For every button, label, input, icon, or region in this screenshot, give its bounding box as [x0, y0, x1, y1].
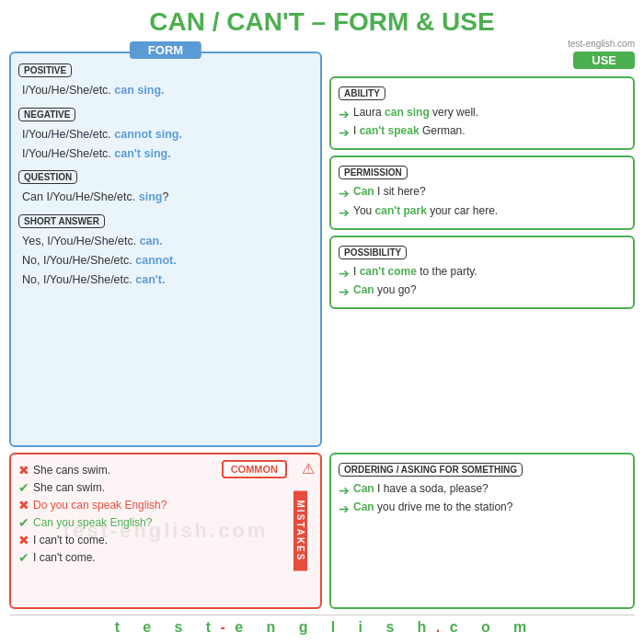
bottom-row: test-english.com COMMON ⚠ MISTAKES ✖ She…	[9, 453, 635, 609]
permission-label: PERMISSION	[339, 166, 408, 179]
arrow-icon-1: ➔	[339, 106, 350, 122]
form-header: FORM	[130, 41, 201, 59]
footer-text: t e s t - e n g l i s h . c o m	[115, 619, 530, 635]
cannot-text: cannot sing.	[114, 128, 182, 141]
poss-green-1: can't come	[360, 265, 417, 278]
arrow-icon-4: ➔	[339, 204, 350, 221]
question-section: QUESTION Can I/You/He/She/etc. sing?	[18, 167, 313, 206]
permission-text-2: You can't park your car here.	[353, 204, 498, 217]
arrow-icon-2: ➔	[339, 124, 350, 141]
ability-line-1: ➔ Laura can sing very well.	[339, 106, 626, 122]
mistake-text-3: Do you can speak English?	[33, 499, 167, 512]
ability-text-1: Laura can sing very well.	[353, 106, 478, 119]
ability-green-1: can sing	[385, 106, 430, 119]
permission-line-1: ➔ Can I sit here?	[339, 185, 626, 201]
arrow-icon-8: ➔	[339, 500, 350, 517]
possibility-text-2: Can you go?	[353, 283, 417, 296]
ability-line-2: ➔ I can't speak German.	[339, 124, 626, 141]
mistake-text-6: I can't come.	[33, 551, 96, 564]
ordering-box: ORDERING / ASKING FOR SOMETHING ➔ Can I …	[329, 453, 635, 609]
mistake-line-4: ✔ Can you speak English?	[18, 515, 313, 530]
perm-green-2: can't park	[375, 204, 427, 217]
negative-label: NEGATIVE	[18, 108, 75, 121]
short-answer-yes: Yes, I/You/He/She/etc. can.	[22, 233, 313, 250]
possibility-line-1: ➔ I can't come to the party.	[339, 265, 626, 282]
mistakes-box: test-english.com COMMON ⚠ MISTAKES ✖ She…	[9, 453, 322, 609]
question-line: Can I/You/He/She/etc. sing?	[22, 189, 313, 206]
use-header: USE	[573, 52, 635, 69]
mistake-text-2: She can swim.	[33, 481, 105, 494]
ability-box: ABILITY ➔ Laura can sing very well. ➔ I …	[329, 76, 635, 150]
positive-label: POSITIVE	[18, 63, 72, 77]
mistake-line-3: ✖ Do you can speak English?	[18, 498, 313, 512]
possibility-text-1: I can't come to the party.	[353, 265, 477, 278]
mistake-line-2: ✔ She can swim.	[18, 480, 313, 495]
permission-box: PERMISSION ➔ Can I sit here? ➔ You can't…	[329, 155, 635, 229]
mistake-line-5: ✖ I can't to come.	[18, 533, 313, 547]
order-green-2: Can	[353, 500, 374, 513]
short-yes-can: can.	[140, 235, 163, 247]
short-answer-no-cant: No, I/You/He/She/etc. can't.	[22, 271, 313, 289]
cross-icon-3: ✖	[18, 533, 29, 547]
ordering-label: ORDERING / ASKING FOR SOMETHING	[339, 463, 523, 477]
short-answer-section: SHORT ANSWER Yes, I/You/He/She/etc. can.…	[18, 212, 313, 288]
arrow-icon-3: ➔	[339, 185, 350, 201]
positive-can: can sing.	[114, 84, 164, 97]
ability-label: ABILITY	[339, 86, 385, 100]
cant-text: can't sing.	[114, 147, 170, 160]
question-label: QUESTION	[18, 170, 77, 184]
short-answer-label: SHORT ANSWER	[18, 214, 105, 228]
footer: t e s t - e n g l i s h . c o m	[9, 615, 635, 636]
negative-section: NEGATIVE I/You/He/She/etc. cannot sing. …	[18, 105, 313, 163]
arrow-icon-5: ➔	[339, 265, 350, 282]
possibility-line-2: ➔ Can you go?	[339, 283, 626, 300]
main-container: CAN / CAN'T – FORM & USE test-english.co…	[0, 0, 644, 644]
possibility-label: POSSIBILITY	[339, 246, 407, 259]
mistake-text-4: Can you speak English?	[33, 516, 152, 529]
negative-line-2: I/You/He/She/etc. can't sing.	[22, 145, 313, 163]
permission-text-1: Can I sit here?	[353, 185, 426, 198]
website-label: test-english.com	[9, 39, 635, 49]
permission-line-2: ➔ You can't park your car here.	[339, 204, 626, 221]
form-column: FORM POSITIVE I/You/He/She/etc. can sing…	[9, 52, 322, 447]
mistakes-label: MISTAKES	[293, 491, 307, 571]
ordering-text-2: Can you drive me to the station?	[353, 500, 512, 513]
ordering-text-1: Can I have a soda, please?	[353, 482, 489, 495]
check-icon-1: ✔	[18, 480, 29, 495]
title-row: CAN / CAN'T – FORM & USE	[9, 7, 635, 37]
short-answer-no-cannot: No, I/You/He/She/etc. cannot.	[22, 252, 313, 270]
use-header-row: USE	[329, 52, 635, 69]
check-icon-2: ✔	[18, 515, 29, 530]
use-column: USE ABILITY ➔ Laura can sing very well. …	[329, 52, 635, 447]
positive-line: I/You/He/She/etc. can sing.	[22, 82, 313, 99]
warning-icon: ⚠	[302, 460, 315, 477]
mistake-line-6: ✔ I can't come.	[18, 550, 313, 565]
mistake-text-5: I can't to come.	[33, 534, 108, 546]
ordering-line-1: ➔ Can I have a soda, please?	[339, 482, 626, 499]
negative-line-1: I/You/He/She/etc. cannot sing.	[22, 126, 313, 144]
poss-green-2: Can	[353, 283, 374, 296]
cross-icon-2: ✖	[18, 498, 29, 512]
short-no-cannot: cannot.	[135, 254, 176, 267]
arrow-icon-6: ➔	[339, 283, 350, 300]
short-no-cant: can't.	[135, 273, 165, 286]
check-icon-3: ✔	[18, 550, 29, 565]
ability-text-2: I can't speak German.	[353, 124, 466, 137]
common-badge: COMMON	[222, 460, 287, 478]
ordering-line-2: ➔ Can you drive me to the station?	[339, 500, 626, 517]
arrow-icon-7: ➔	[339, 482, 350, 499]
page-title: CAN / CAN'T – FORM & USE	[9, 7, 635, 37]
possibility-box: POSSIBILITY ➔ I can't come to the party.…	[329, 236, 635, 309]
positive-section: POSITIVE I/You/He/She/etc. can sing.	[18, 61, 313, 99]
ability-green-2: can't speak	[360, 124, 420, 137]
cross-icon-1: ✖	[18, 463, 29, 477]
sing-text: sing	[139, 190, 163, 203]
content-row: FORM POSITIVE I/You/He/She/etc. can sing…	[9, 52, 635, 447]
perm-green-1: Can	[353, 185, 374, 198]
mistake-text-1: She cans swim.	[33, 464, 110, 477]
order-green-1: Can	[353, 482, 374, 495]
